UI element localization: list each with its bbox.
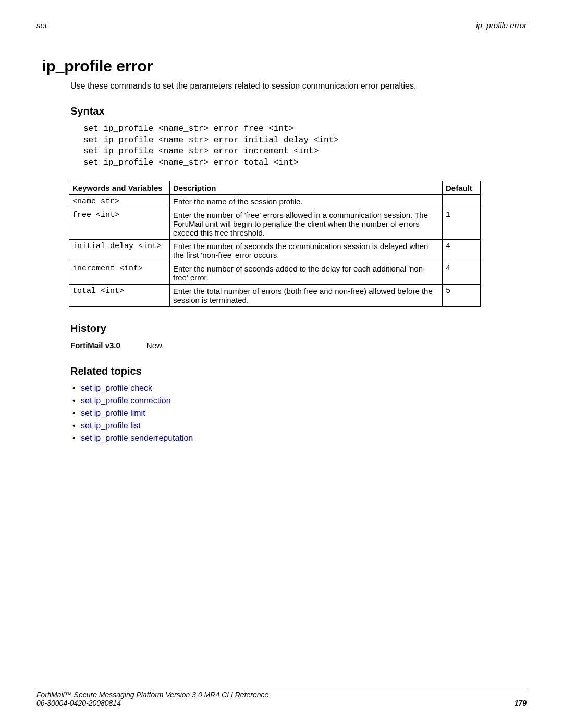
cell-desc: Enter the total number of errors (both f… (170, 285, 443, 307)
th-description: Description (170, 181, 443, 195)
related-link[interactable]: set ip_profile list (81, 421, 141, 430)
list-item: set ip_profile list (70, 421, 527, 430)
syntax-heading: Syntax (70, 105, 527, 117)
footer-line2: 06-30004-0420-20080814 (36, 699, 268, 707)
related-link[interactable]: set ip_profile senderreputation (81, 434, 193, 442)
cell-desc: Enter the number of seconds the communic… (170, 240, 443, 262)
related-link[interactable]: set ip_profile limit (81, 409, 145, 417)
running-header: set ip_profile error (36, 21, 527, 31)
table-row: total <int> Enter the total number of er… (69, 285, 481, 307)
footer-left: FortiMail™ Secure Messaging Platform Ver… (36, 690, 268, 707)
cell-desc: Enter the number of seconds added to the… (170, 262, 443, 285)
cell-def (443, 195, 481, 208)
cell-def: 5 (443, 285, 481, 307)
list-item: set ip_profile connection (70, 396, 527, 405)
table-row: <name_str> Enter the name of the session… (69, 195, 481, 208)
list-item: set ip_profile check (70, 384, 527, 393)
cell-desc: Enter the number of 'free' errors allowe… (170, 208, 443, 240)
cell-desc: Enter the name of the session profile. (170, 195, 443, 208)
history-status: New. (146, 341, 164, 350)
cell-kw: <name_str> (69, 195, 170, 208)
th-keywords: Keywords and Variables (69, 181, 170, 195)
cell-def: 4 (443, 262, 481, 285)
cell-kw: increment <int> (69, 262, 170, 285)
history-heading: History (70, 323, 527, 335)
table-row: initial_delay <int> Enter the number of … (69, 240, 481, 262)
history-version: FortiMail v3.0 (70, 341, 120, 350)
related-heading: Related topics (70, 365, 527, 377)
page-number: 179 (515, 699, 527, 707)
header-right: ip_profile error (476, 21, 527, 30)
header-left: set (36, 21, 47, 30)
th-default: Default (443, 181, 481, 195)
cell-def: 4 (443, 240, 481, 262)
keywords-table: Keywords and Variables Description Defau… (69, 181, 481, 307)
page-footer: FortiMail™ Secure Messaging Platform Ver… (36, 688, 527, 707)
related-list: set ip_profile check set ip_profile conn… (70, 384, 527, 443)
cell-def: 1 (443, 208, 481, 240)
intro-paragraph: Use these commands to set the parameters… (70, 81, 527, 91)
list-item: set ip_profile senderreputation (70, 434, 527, 443)
table-row: increment <int> Enter the number of seco… (69, 262, 481, 285)
table-header-row: Keywords and Variables Description Defau… (69, 181, 481, 195)
table-row: free <int> Enter the number of 'free' er… (69, 208, 481, 240)
syntax-block: set ip_profile <name_str> error free <in… (83, 124, 527, 168)
related-link[interactable]: set ip_profile connection (81, 396, 171, 405)
page-title: ip_profile error (42, 57, 527, 75)
related-link[interactable]: set ip_profile check (81, 384, 152, 392)
cell-kw: total <int> (69, 285, 170, 307)
footer-line1: FortiMail™ Secure Messaging Platform Ver… (36, 690, 268, 699)
cell-kw: initial_delay <int> (69, 240, 170, 262)
page: set ip_profile error ip_profile error Us… (0, 0, 563, 728)
cell-kw: free <int> (69, 208, 170, 240)
history-entry: FortiMail v3.0 New. (70, 341, 527, 350)
list-item: set ip_profile limit (70, 409, 527, 418)
